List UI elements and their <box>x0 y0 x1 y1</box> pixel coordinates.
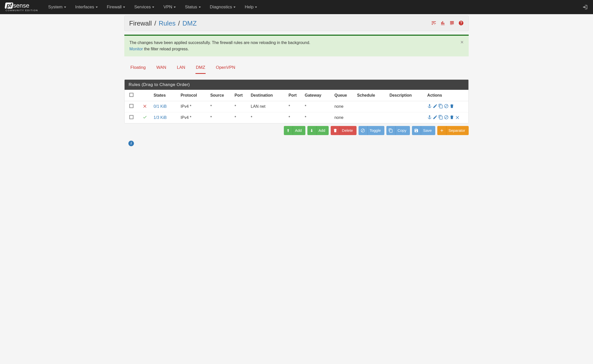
col-description: Description <box>387 90 425 101</box>
toggle-button[interactable]: Toggle <box>359 126 384 135</box>
nav-items: System Interfaces Firewall Services VPN … <box>48 5 582 10</box>
nav-interfaces[interactable]: Interfaces <box>75 5 98 10</box>
arrow-up-icon <box>284 126 293 135</box>
chart-icon[interactable] <box>440 20 446 27</box>
cell-port: * <box>232 101 249 112</box>
log-icon[interactable] <box>449 20 455 27</box>
chevron-down-icon <box>174 7 176 8</box>
nav-system[interactable]: System <box>48 5 66 10</box>
trash-icon[interactable] <box>449 115 454 121</box>
ban-icon[interactable] <box>444 104 449 110</box>
tab-openvpn[interactable]: OpenVPN <box>215 63 236 74</box>
cell-port: * <box>286 112 303 123</box>
cell-schedule <box>355 112 387 123</box>
col-queue: Queue <box>332 90 355 101</box>
alert-close[interactable]: × <box>459 39 465 45</box>
settings-icon[interactable] <box>431 20 437 27</box>
row-checkbox[interactable] <box>129 115 133 119</box>
col-source: Source <box>208 90 232 101</box>
chevron-down-icon <box>152 7 154 8</box>
nav-diagnostics[interactable]: Diagnostics <box>210 5 236 10</box>
select-all-checkbox[interactable] <box>129 93 133 97</box>
logout-button[interactable] <box>582 4 588 10</box>
logo-subtitle: COMMUNITY EDITION <box>6 9 38 12</box>
help-icon[interactable] <box>458 20 464 27</box>
states-link[interactable]: 0/1 KiB <box>154 104 167 109</box>
states-link[interactable]: 1/3 KiB <box>154 115 167 120</box>
save-button[interactable]: Save <box>412 126 435 135</box>
nav-help[interactable]: Help <box>245 5 257 10</box>
table-row[interactable]: 0/1 KiB IPv4 * * * LAN net * * none <box>125 101 468 112</box>
breadcrumb: Firewall / Rules / DMZ <box>129 19 431 27</box>
cell-protocol: IPv4 * <box>179 112 208 123</box>
cell-description <box>387 112 425 123</box>
alert-success: × The changes have been applied successf… <box>124 35 469 56</box>
navbar: pf sense COMMUNITY EDITION System Interf… <box>0 0 593 14</box>
col-port: Port <box>232 90 249 101</box>
cell-gateway: * <box>303 101 332 112</box>
copy-icon[interactable] <box>438 115 443 121</box>
add-bottom-button[interactable]: Add <box>307 126 329 135</box>
trash-icon[interactable] <box>449 104 454 110</box>
chevron-down-icon <box>123 7 125 8</box>
nav-status[interactable]: Status <box>185 5 201 10</box>
col-protocol: Protocol <box>179 90 208 101</box>
tab-wan[interactable]: WAN <box>156 63 167 74</box>
table-row[interactable]: 1/3 KiB IPv4 * * * * * * none <box>125 112 468 123</box>
logo-box: pf <box>5 3 13 9</box>
pencil-icon[interactable] <box>433 115 438 121</box>
trash-icon <box>331 126 340 135</box>
cell-queue: none <box>332 112 355 123</box>
logo[interactable]: pf sense COMMUNITY EDITION <box>5 3 38 12</box>
pencil-icon[interactable] <box>433 104 438 110</box>
col-schedule: Schedule <box>355 90 387 101</box>
save-icon <box>412 126 421 135</box>
cell-port: * <box>286 101 303 112</box>
alert-line2: the filter reload progress. <box>143 47 189 51</box>
anchor-icon[interactable] <box>427 104 432 110</box>
anchor-icon[interactable] <box>427 115 432 121</box>
tab-lan[interactable]: LAN <box>176 63 186 74</box>
breadcrumb-dmz[interactable]: DMZ <box>183 19 197 27</box>
cell-queue: none <box>332 101 355 112</box>
copy-button[interactable]: Copy <box>386 126 410 135</box>
nav-vpn[interactable]: VPN <box>163 5 176 10</box>
add-top-button[interactable]: Add <box>284 126 305 135</box>
breadcrumb-panel: Firewall / Rules / DMZ <box>124 16 469 31</box>
row-checkbox[interactable] <box>129 104 133 108</box>
tab-dmz[interactable]: DMZ <box>195 63 206 74</box>
cell-port: * <box>232 112 249 123</box>
delete-button[interactable]: Delete <box>331 126 356 135</box>
info-icon[interactable]: i <box>128 141 134 146</box>
nav-firewall[interactable]: Firewall <box>107 5 125 10</box>
separator-button[interactable]: Separator <box>437 126 469 135</box>
alert-line1: The changes have been applied successful… <box>129 40 464 46</box>
breadcrumb-rules[interactable]: Rules <box>159 19 175 27</box>
cell-destination: * <box>249 112 286 123</box>
plus-icon <box>437 126 446 135</box>
col-actions: Actions <box>425 90 468 101</box>
logo-text: sense <box>13 3 29 9</box>
logout-icon <box>582 4 588 10</box>
arrow-down-icon <box>307 126 317 135</box>
col-states: States <box>152 90 179 101</box>
close-icon[interactable] <box>455 115 460 121</box>
ban-icon <box>359 126 368 135</box>
cell-source: * <box>208 101 232 112</box>
rules-table: States Protocol Source Port Destination … <box>125 90 468 123</box>
cell-destination: LAN net <box>249 101 286 112</box>
tab-floating[interactable]: Floating <box>130 63 146 74</box>
ban-icon[interactable] <box>444 115 449 121</box>
cell-protocol: IPv4 * <box>179 101 208 112</box>
rule-flag-icon <box>138 101 151 112</box>
action-buttons: Add Add Delete Toggle Copy Save Separato… <box>124 126 469 135</box>
chevron-down-icon <box>233 7 235 8</box>
interface-tabs: Floating WAN LAN DMZ OpenVPN <box>124 56 469 74</box>
alert-monitor-link[interactable]: Monitor <box>129 47 143 51</box>
rules-panel: Rules (Drag to Change Order) States Prot… <box>124 79 469 123</box>
copy-icon[interactable] <box>438 104 443 110</box>
chevron-down-icon <box>199 7 201 8</box>
col-port: Port <box>286 90 303 101</box>
copy-icon <box>386 126 396 135</box>
nav-services[interactable]: Services <box>134 5 154 10</box>
